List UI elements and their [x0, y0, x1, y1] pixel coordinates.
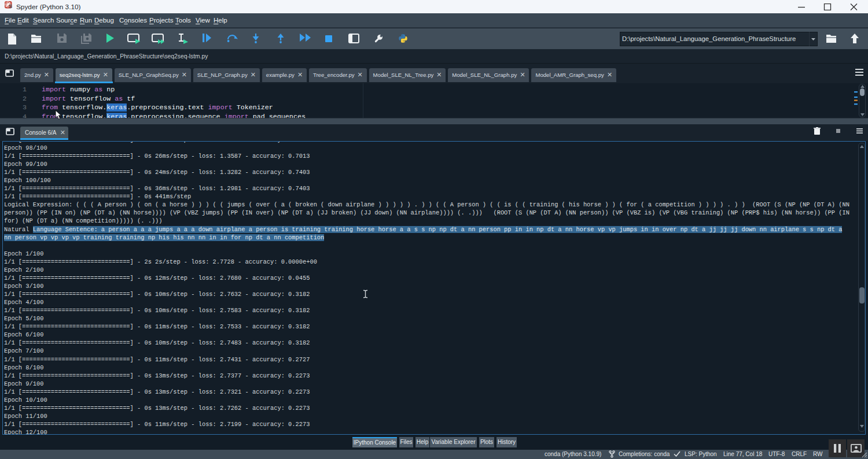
svg-text:S: S [9, 3, 12, 9]
